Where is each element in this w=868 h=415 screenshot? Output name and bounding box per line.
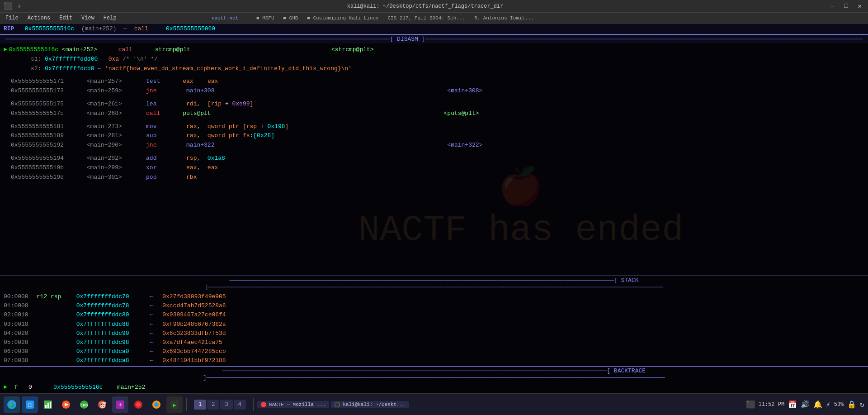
taskbar: 🐉 ⬡ EDB 🐮 + ▶ 1 2 3 4 NACTF — Mozilla ..… (0, 393, 868, 415)
asm-line-3: 0x5555555555175 <main+261> lea rdi, [rip… (4, 100, 864, 109)
window-mozilla[interactable]: NACTF — Mozilla ... (257, 401, 329, 408)
menu-actions[interactable]: Actions (24, 14, 54, 22)
taskbar-firefox-icon[interactable] (148, 396, 165, 413)
taskbar-vscode-icon[interactable]: ⬡ (22, 396, 38, 413)
terminal-tab-2[interactable]: 2 (207, 400, 219, 410)
titlebar-left: ⬛ + (4, 2, 23, 11)
terminal-title: kali@kali: ~/Deskt... (343, 402, 406, 407)
taskbar-separator-1 (186, 398, 187, 411)
taskbar-separator-2 (253, 398, 254, 411)
menu-edit[interactable]: Edit (56, 14, 76, 22)
asm-active-line: ► 0x55555555516c <main+252> call strcmp@… (4, 45, 864, 55)
terminal-tab-3[interactable]: 3 (220, 400, 232, 410)
display-icon[interactable]: ⬛ (746, 400, 755, 409)
asm-line-10: 0x555555555519d <main+301> pop rbx (4, 173, 864, 182)
mozilla-dot (261, 402, 266, 407)
stack-row-7: 07:0038 0x7fffffffddca8 ← 0x48f1041bbf97… (4, 356, 864, 365)
taskbar-terminal-icon[interactable]: ▶ (166, 396, 183, 413)
disasm-content: ► 0x55555555516c <main+252> call strcmp@… (0, 43, 868, 276)
svg-text:▶: ▶ (173, 402, 176, 409)
svg-rect-6 (47, 403, 49, 408)
stack-header: ────────────────────────────────────────… (0, 276, 868, 291)
asm-line-6: 0x5555555555189 <main+281> sub rax, qwor… (4, 131, 864, 141)
stack-row-2: 02:0010 0x7fffffffddc80 ← 0x9399467a27ce… (4, 310, 864, 320)
svg-text:⬡: ⬡ (28, 402, 32, 409)
backtrace-header: ────────────────────────────────────────… (0, 366, 868, 382)
main-content: RIP 0x55555555516c (main+252) ← call 0x5… (0, 24, 868, 393)
taskbar-media-icon[interactable] (58, 396, 74, 413)
mozilla-title: NACTF — Mozilla ... (269, 402, 326, 407)
taskbar-edb-icon[interactable]: EDB (76, 396, 92, 413)
svg-text:+: + (118, 401, 122, 409)
svg-text:EDB: EDB (80, 403, 88, 408)
notification-icon[interactable]: 🔔 (813, 400, 822, 409)
titlebar: ⬛ + kali@kali: ~/Desktop/ctfs/nactf_flag… (0, 0, 868, 13)
time-display: 11:52 PM (759, 401, 785, 408)
maximize-btn[interactable]: □ (841, 1, 850, 11)
svg-text:🐮: 🐮 (99, 401, 107, 409)
asm-line-2: 0x5555555555173 <main+259> jne main+308 … (4, 86, 864, 96)
power-icon[interactable]: ↻ (860, 400, 864, 409)
menu-file[interactable]: File (2, 14, 22, 22)
stack-row-1: 01:0008 0x7fffffffddc78 ← 0xccd47ab7d525… (4, 301, 864, 310)
stack-row-4: 04:0020 0x7fffffffddc90 ← 0x6c323833dfb7… (4, 329, 864, 338)
menu-help[interactable]: Help (100, 14, 120, 22)
stack-row-5: 05:0028 0x7fffffffddc98 ← 0xa7df4aec421c… (4, 338, 864, 347)
s1-line: s1: 0x7fffffffddd00 ← 0xa /* '\n' */ (31, 55, 864, 64)
asm-line-8: 0x5555555555194 <main+292> add rsp, 0x1a… (4, 154, 864, 163)
svg-rect-5 (45, 405, 47, 408)
battery-icon[interactable]: ⚡ (826, 400, 830, 409)
asm-line-7: 0x5555555555192 <main+290> jne main+322 … (4, 141, 864, 150)
terminal-tab-4[interactable]: 4 (234, 400, 246, 410)
stack-row-0: 00:0000 r12 rsp 0x7fffffffddc70 ← 0x27fd… (4, 292, 864, 301)
window-terminal[interactable]: kali@kali: ~/Deskt... (331, 401, 409, 408)
bt-row-0: ► f 0 0x55555555516c main+252 (4, 383, 864, 392)
svg-rect-7 (50, 402, 51, 408)
battery-percent: 53% (834, 401, 844, 408)
asm-line-4: 0x555555555517c <main+268> call puts@plt… (4, 109, 864, 119)
disasm-header: ────────────────────────────────────────… (0, 34, 868, 43)
volume-icon[interactable]: 🔊 (801, 400, 810, 409)
taskbar-chart-icon[interactable] (40, 396, 56, 413)
menubar: File Actions Edit View Help nactf.net ■ … (0, 13, 868, 24)
bg-tabs: nactf.net ■ MSFU ■ GHB ■ Customizing Kal… (131, 15, 534, 21)
taskbar-right: ⬛ 11:52 PM 📅 🔊 🔔 ⚡ 53% 🔒 ↻ (746, 400, 865, 409)
taskbar-calc-icon[interactable]: + (112, 396, 128, 413)
lock-icon[interactable]: 🔒 (847, 400, 856, 409)
terminal-tabs: 1 2 3 4 (194, 400, 246, 410)
s2-line: s2: 0x7fffffffdcb0 ← 'nactf{how_even_do_… (31, 64, 864, 74)
menu-view[interactable]: View (78, 14, 98, 22)
stack-row-6: 06:0030 0x7fffffffddca0 ← 0x693cbb744728… (4, 347, 864, 356)
new-tab-btn[interactable]: + (15, 3, 23, 10)
rip-line: RIP 0x55555555516c (main+252) ← call 0x5… (0, 24, 868, 34)
terminal-tab-1[interactable]: 1 (194, 400, 206, 410)
stack-row-3: 03:0018 0x7fffffffddc88 ← 0xf90b24856767… (4, 320, 864, 329)
terminal-dot (335, 402, 340, 407)
titlebar-title: kali@kali: ~/Desktop/ctfs/nactf_flags/tr… (23, 3, 827, 10)
backtrace-content: ► f 0 0x55555555516c main+252 (0, 382, 868, 393)
calendar-icon[interactable]: 📅 (788, 400, 797, 409)
minimize-btn[interactable]: — (828, 1, 837, 11)
asm-line-1: 0x5555555555171 <main+257> test eax eax (4, 77, 864, 86)
taskbar-cow-icon[interactable]: 🐮 (94, 396, 110, 413)
app-icon: ⬛ (4, 2, 13, 11)
svg-point-19 (154, 402, 159, 407)
close-btn[interactable]: ✕ (855, 1, 864, 11)
stack-content: 00:0000 r12 rsp 0x7fffffffddc70 ← 0x27fd… (0, 291, 868, 366)
svg-text:🐉: 🐉 (9, 401, 15, 409)
taskbar-kali-icon[interactable]: 🐉 (4, 396, 20, 413)
taskbar-app2-icon[interactable] (130, 396, 146, 413)
svg-point-17 (136, 402, 141, 407)
asm-line-9: 0x555555555519b <main+299> xor eax, eax (4, 163, 864, 173)
titlebar-controls: — □ ✕ (828, 1, 864, 11)
asm-line-5: 0x5555555555181 <main+273> mov rax, qwor… (4, 122, 864, 132)
